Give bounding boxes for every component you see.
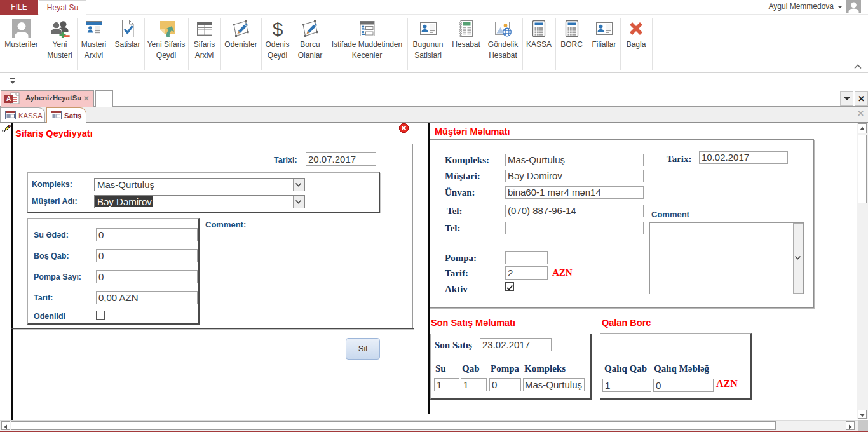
svg-text:$: $ <box>272 18 283 39</box>
svg-text:A: A <box>6 95 11 102</box>
